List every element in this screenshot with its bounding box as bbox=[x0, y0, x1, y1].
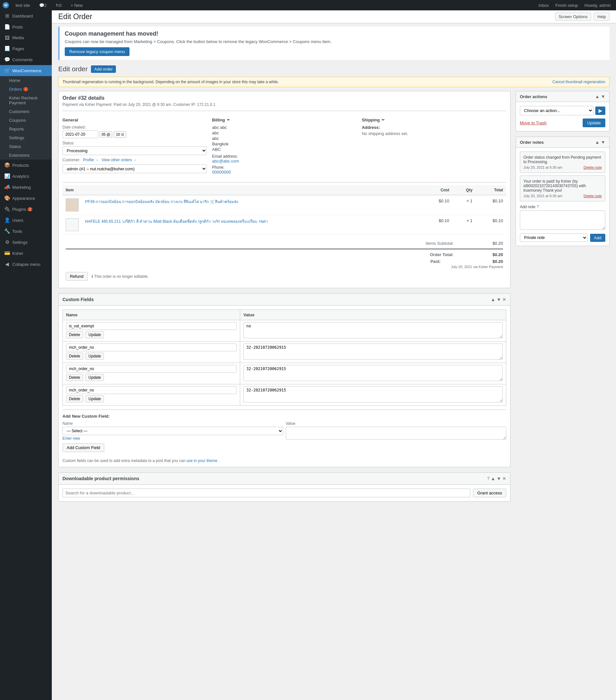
submenu-settings[interactable]: Settings bbox=[0, 134, 52, 142]
sidebar-item-settings[interactable]: ⚙ Settings bbox=[0, 237, 52, 248]
submenu-extensions[interactable]: Extensions bbox=[0, 151, 52, 160]
submenu-ksher-recheck[interactable]: Ksher Recheck Payment bbox=[0, 93, 52, 107]
customer-profile-link[interactable]: Profile → bbox=[83, 158, 99, 163]
grant-access-button[interactable]: Grant access bbox=[473, 489, 506, 497]
move-to-trash-button[interactable]: Move to Trash bbox=[520, 121, 546, 125]
billing-edit-icon[interactable]: ✏ bbox=[227, 118, 230, 122]
sidebar-item-dashboard[interactable]: ⊞ Dashboard bbox=[0, 10, 52, 21]
delete-note-1-link[interactable]: Delete note bbox=[583, 165, 602, 169]
downloadable-toggle-up[interactable]: ▲ bbox=[491, 476, 495, 481]
order-details-box: Order #32 details Payment via Ksher Paym… bbox=[58, 91, 511, 288]
item-name-link-1[interactable]: PF39-การออกบิลย้อน การออกบิลย้อนหลัง บัต… bbox=[85, 199, 238, 204]
cf-update-btn-4[interactable]: Update bbox=[86, 395, 104, 402]
add-custom-field-button[interactable]: Add Custom Field bbox=[62, 443, 104, 452]
custom-fields-toggle-close[interactable]: ✕ bbox=[502, 297, 506, 302]
sidebar-item-ksher[interactable]: 💳 Ksher bbox=[0, 248, 52, 259]
billing-email-link[interactable]: abc@abc.com bbox=[212, 159, 239, 163]
cf-update-btn-2[interactable]: Update bbox=[86, 353, 104, 360]
sidebar-item-comments[interactable]: 💬 Comments bbox=[0, 54, 52, 65]
order-notes-toggle-up[interactable]: ▲ bbox=[595, 139, 600, 145]
submenu-label-customers: Customers bbox=[9, 109, 29, 114]
time-minutes-btn[interactable]: 10 ⊙ bbox=[114, 131, 126, 138]
cf-update-btn-1[interactable]: Update bbox=[86, 331, 104, 338]
status-select[interactable]: Processing bbox=[62, 146, 207, 155]
finish-setup-link[interactable]: Finish setup bbox=[553, 0, 581, 10]
add-note-help-icon[interactable]: ? bbox=[537, 205, 539, 209]
billing-phone-link[interactable]: 00000000 bbox=[212, 170, 231, 175]
downloadable-toggle-down[interactable]: ▼ bbox=[496, 476, 501, 481]
submenu-orders[interactable]: Orders 1 bbox=[0, 85, 52, 93]
sidebar-item-appearance[interactable]: 🎨 Appearance bbox=[0, 193, 52, 204]
sidebar-item-marketing[interactable]: 📣 Marketing bbox=[0, 182, 52, 193]
submenu-coupons[interactable]: Coupons bbox=[0, 116, 52, 125]
submenu-home[interactable]: Home bbox=[0, 76, 52, 85]
download-search-input[interactable] bbox=[62, 489, 470, 497]
cf-footer-link[interactable]: use in your theme bbox=[187, 459, 217, 463]
sidebar-item-plugins[interactable]: 🔌 Plugins 2 bbox=[0, 204, 52, 215]
date-created-input[interactable] bbox=[62, 130, 98, 138]
sidebar-item-tools[interactable]: 🔧 Tools bbox=[0, 226, 52, 237]
screen-options-button[interactable]: Screen Options bbox=[555, 13, 591, 21]
sidebar-item-users[interactable]: 👤 Users bbox=[0, 215, 52, 226]
order-action-go-button[interactable]: ▶ bbox=[595, 107, 605, 115]
note-type-select[interactable]: Private note bbox=[520, 234, 588, 242]
custom-fields-toggle-up[interactable]: ▲ bbox=[491, 297, 495, 302]
order-notes-toggle-down[interactable]: ▼ bbox=[601, 139, 605, 145]
cf-name-select[interactable]: — Select — bbox=[62, 427, 283, 435]
sidebar-item-analytics[interactable]: 📊 Analytics bbox=[0, 171, 52, 182]
cf-delete-btn-1[interactable]: Delete bbox=[66, 331, 83, 338]
cf-update-btn-3[interactable]: Update bbox=[86, 374, 104, 381]
cf-delete-btn-2[interactable]: Delete bbox=[66, 353, 83, 360]
shipping-edit-icon[interactable]: ✏ bbox=[382, 118, 385, 122]
cf-name-input-2[interactable] bbox=[66, 343, 237, 351]
delete-note-2-link[interactable]: Delete note bbox=[583, 194, 602, 198]
update-order-button[interactable]: Update bbox=[583, 118, 605, 127]
cf-value-textarea-1[interactable]: no bbox=[243, 322, 503, 338]
order-action-select[interactable]: Choose an action... bbox=[520, 106, 593, 115]
cf-name-input-3[interactable] bbox=[66, 365, 237, 373]
order-actions-toggle-up[interactable]: ▲ bbox=[595, 94, 600, 99]
updates-link[interactable]: ↻ 0 bbox=[53, 0, 64, 10]
custom-fields-toggle-down[interactable]: ▼ bbox=[496, 297, 501, 302]
submenu-customers[interactable]: Customers bbox=[0, 107, 52, 116]
help-button[interactable]: Help bbox=[594, 13, 609, 21]
submenu-status[interactable]: Status bbox=[0, 142, 52, 151]
customer-select[interactable]: admin (#1 – nut.nutcha@ksher.com) bbox=[62, 164, 207, 173]
sidebar-item-posts[interactable]: 📄 Posts bbox=[0, 21, 52, 33]
enter-new-link[interactable]: Enter new bbox=[62, 436, 283, 441]
submenu-reports[interactable]: Reports bbox=[0, 125, 52, 134]
cf-delete-btn-3[interactable]: Delete bbox=[66, 374, 83, 381]
comments-count-link[interactable]: 💬 2 bbox=[37, 0, 49, 10]
add-note-textarea[interactable] bbox=[520, 211, 605, 230]
wp-logo[interactable]: W bbox=[3, 2, 9, 9]
site-name-link[interactable]: test site bbox=[13, 0, 33, 10]
sidebar-item-pages[interactable]: 📃 Pages bbox=[0, 43, 52, 54]
cf-value-textarea-4[interactable]: 32-20210720062915 bbox=[243, 386, 503, 402]
remove-legacy-coupon-button[interactable]: Remove legacy coupon menu bbox=[65, 47, 129, 56]
sidebar-item-media[interactable]: 🖼 Media bbox=[0, 33, 52, 43]
sidebar-label-ksher: Ksher bbox=[12, 251, 23, 256]
refund-button[interactable]: Refund bbox=[66, 272, 88, 281]
downloadable-help-icon[interactable]: ? bbox=[487, 476, 489, 481]
cf-value-textarea-2[interactable]: 32-20210720062915 bbox=[243, 343, 503, 360]
order-actions-toggle-down[interactable]: ▼ bbox=[601, 94, 605, 99]
downloadable-toggle-close[interactable]: ✕ bbox=[502, 476, 506, 481]
inbox-link[interactable]: Inbox bbox=[536, 0, 552, 10]
cf-value-textarea-3[interactable]: 32-20210720062915 bbox=[243, 365, 503, 381]
sidebar-item-products[interactable]: 📦 Products bbox=[0, 160, 52, 171]
downloadable-permissions-header: Downloadable product permissions ? ▲ ▼ ✕ bbox=[59, 473, 510, 485]
add-note-button[interactable]: Add bbox=[590, 234, 605, 242]
item-name-link-2[interactable]: HAFELE 485.65.211 วงรีดิกัว สี ดำด่าน /M… bbox=[85, 219, 268, 224]
view-other-orders-link[interactable]: View other orders → bbox=[102, 158, 137, 163]
new-content-link[interactable]: + New bbox=[68, 0, 85, 10]
add-order-button[interactable]: Add order bbox=[91, 65, 116, 73]
order-notes-widget-header: Order notes ▲ ▼ bbox=[516, 137, 609, 148]
sidebar-item-collapse[interactable]: ◀ Collapse menu bbox=[0, 259, 52, 270]
cf-new-value-textarea[interactable] bbox=[286, 427, 506, 440]
cancel-thumbnail-link[interactable]: Cancel thumbnail regeneration bbox=[553, 80, 605, 84]
sidebar-item-woocommerce[interactable]: 🛒 WooCommerce bbox=[0, 65, 52, 76]
cf-name-input-4[interactable] bbox=[66, 386, 237, 394]
cf-name-input-1[interactable] bbox=[66, 322, 237, 330]
cf-delete-btn-4[interactable]: Delete bbox=[66, 395, 83, 402]
time-hours-btn[interactable]: 05 @ bbox=[99, 131, 112, 138]
